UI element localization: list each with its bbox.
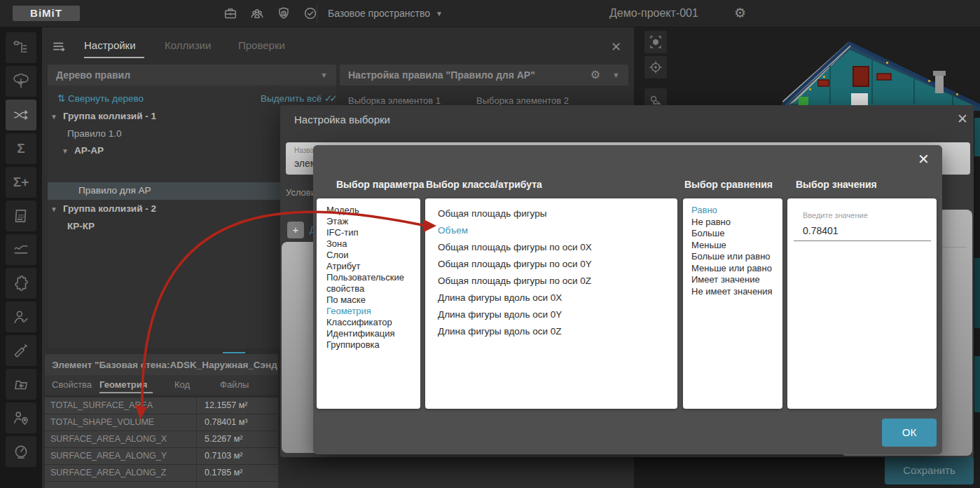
- sidebar-item-2d[interactable]: 2D: [6, 201, 36, 231]
- list-item[interactable]: Больше: [691, 228, 782, 240]
- fit-view-button[interactable]: [644, 31, 667, 53]
- tree-item-ar-ar[interactable]: ▼АР-АР: [62, 142, 104, 159]
- list-item[interactable]: Зона: [326, 238, 410, 250]
- tab-collisions[interactable]: Коллизии: [165, 39, 211, 51]
- tree-item-rule-1-0[interactable]: Правило 1.0: [67, 126, 122, 142]
- list-item[interactable]: Слои: [326, 250, 410, 261]
- list-item[interactable]: Общая площадь фигуры по оси 0Y: [438, 256, 677, 273]
- collapse-tree-link[interactable]: ⇅ Свернуть дерево: [57, 90, 144, 107]
- sidebar-item-charts[interactable]: [6, 234, 36, 265]
- sidebar-item-plugins[interactable]: [6, 268, 36, 299]
- briefcase-icon[interactable]: [223, 6, 238, 21]
- center-target-button[interactable]: [644, 56, 667, 79]
- panel-divider-accent: [223, 352, 245, 353]
- list-item[interactable]: Не равно: [691, 217, 782, 229]
- app-root: BiMiT Базовое пространство ▼ Демо-проект…: [0, 0, 980, 488]
- tree-item-rule-for-ar[interactable]: Правило для АР: [78, 182, 151, 199]
- space-selector[interactable]: Базовое пространство: [328, 0, 430, 27]
- list-item[interactable]: Классификатор: [326, 317, 410, 328]
- table-row[interactable]: TOTAL_SHAPE_VOLUME0.78401 м³: [45, 414, 278, 431]
- tree-item-group-1[interactable]: ▼Группа коллизий - 1: [50, 108, 156, 125]
- table-row[interactable]: SURFACE_AREA_ALONG_X5.2267 м²: [45, 431, 278, 447]
- list-item[interactable]: IFC-тип: [326, 227, 410, 238]
- sidebar-item-structure[interactable]: [6, 32, 36, 63]
- table-row[interactable]: SURFACE_AREA_ALONG_Z0.1785 м²: [45, 465, 278, 481]
- sidebar-item-sigma-plus[interactable]: Σ+: [6, 167, 36, 198]
- ok-button[interactable]: ОК: [882, 419, 937, 447]
- top-bar: BiMiT Базовое пространство ▼ Демо-проект…: [0, 0, 980, 27]
- selection-tab-2[interactable]: Выборка элементов 2: [476, 95, 569, 106]
- sidebar-item-person-location[interactable]: [6, 402, 36, 433]
- list-item[interactable]: Атрибут: [326, 261, 410, 272]
- list-item-selected[interactable]: Геометрия: [326, 306, 410, 317]
- list-item[interactable]: Не имеет значения: [691, 286, 782, 298]
- element-title: Элемент "Базовая стена:ADSK_Наружная_Сэн…: [45, 360, 277, 370]
- check-circle-icon[interactable]: [303, 6, 318, 21]
- list-item[interactable]: Длина фигуры вдоль оси 0Y: [438, 306, 677, 323]
- tab-settings[interactable]: Настройки: [84, 39, 136, 51]
- menu-icon[interactable]: [52, 41, 67, 56]
- table-row-partial: [45, 482, 278, 488]
- app-logo: BiMiT: [13, 6, 80, 21]
- list-item[interactable]: Длина фигуры вдоль оси 0X: [438, 290, 677, 306]
- list-item[interactable]: Имеет значение: [691, 274, 782, 286]
- chevron-icon[interactable]: ▼: [50, 205, 57, 213]
- sidebar-item-approvals[interactable]: [6, 301, 36, 332]
- list-item[interactable]: Группировка: [326, 339, 410, 351]
- save-button[interactable]: Сохранить: [885, 456, 974, 484]
- sidebar-item-sigma[interactable]: Σ: [6, 133, 36, 164]
- tab-files[interactable]: Файлы: [220, 379, 249, 390]
- fit-hexagon-icon: [647, 34, 664, 50]
- tree-item-kr-kr[interactable]: КР-КР: [67, 218, 95, 235]
- double-check-icon: ✓✓: [324, 93, 335, 104]
- close-icon[interactable]: ✕: [918, 151, 930, 168]
- chevron-down-icon[interactable]: ▼: [436, 10, 443, 18]
- gear-icon[interactable]: ⚙: [591, 65, 600, 86]
- value-input-box[interactable]: Введите значение 0.78401: [787, 198, 937, 409]
- value-input-value: 0.78401: [803, 225, 838, 236]
- close-icon[interactable]: ✕: [611, 39, 621, 55]
- chevron-icon[interactable]: ▼: [62, 147, 69, 155]
- person-check-icon: [12, 308, 30, 326]
- chevron-down-icon[interactable]: ▼: [612, 65, 620, 86]
- tab-geometry[interactable]: Геометрия: [99, 379, 147, 390]
- list-item[interactable]: Общая площадь фигуры по оси 0X: [438, 239, 677, 256]
- sidebar-item-gauge[interactable]: [6, 436, 36, 467]
- tab-checks[interactable]: Проверки: [238, 39, 285, 51]
- table-row[interactable]: SURFACE_AREA_ALONG_Y0.7103 м²: [45, 448, 278, 464]
- list-item[interactable]: Этаж: [326, 216, 410, 227]
- tab-properties[interactable]: Свойства: [52, 379, 92, 390]
- list-item[interactable]: Пользовательские свойства: [326, 272, 410, 294]
- sidebar-item-export[interactable]: [6, 369, 36, 400]
- comparison-list: Равно Не равно Больше Меньше Больше или …: [683, 198, 782, 409]
- plus-icon: +: [287, 222, 304, 238]
- sidebar-item-collisions[interactable]: [6, 100, 36, 130]
- list-item[interactable]: Больше или равно: [691, 251, 782, 263]
- list-item[interactable]: Длина фигуры вдоль оси 0Z: [438, 323, 677, 340]
- close-icon[interactable]: ✕: [957, 111, 968, 127]
- list-item[interactable]: По маске: [326, 294, 410, 306]
- list-item-selected[interactable]: Объем: [438, 222, 677, 239]
- shield-clock-icon[interactable]: [276, 6, 291, 21]
- list-item-selected[interactable]: Равно: [691, 205, 782, 217]
- sidebar-item-tree[interactable]: [6, 66, 36, 97]
- list-item[interactable]: Меньше или равно: [691, 263, 782, 275]
- sigma-icon: Σ: [17, 141, 25, 156]
- list-item[interactable]: Идентификация: [326, 328, 410, 339]
- chevron-icon[interactable]: ▼: [50, 113, 57, 121]
- sidebar-item-construction[interactable]: [6, 335, 36, 366]
- tree-item-group-2[interactable]: ▼Группа коллизий - 2: [50, 201, 156, 217]
- list-item[interactable]: Меньше: [691, 240, 782, 252]
- list-item[interactable]: Общая площадь фигуры: [438, 205, 677, 222]
- table-row[interactable]: TOTAL_SURFACE_AREA12.1557 м²: [45, 398, 278, 414]
- tab-code[interactable]: Код: [174, 379, 190, 390]
- list-item[interactable]: Общая площадь фигуры по оси 0Z: [438, 273, 677, 290]
- selection-tab-1[interactable]: Выборка элементов 1: [348, 95, 441, 106]
- project-settings-gear-icon[interactable]: ⚙: [734, 5, 746, 21]
- list-item[interactable]: Модель: [326, 205, 410, 216]
- chevron-down-icon[interactable]: ▼: [320, 65, 328, 86]
- team-icon[interactable]: [249, 6, 265, 21]
- sigma-plus-icon: Σ+: [13, 175, 29, 190]
- element-panel-header: Элемент "Базовая стена:ADSK_Наружная_Сэн…: [45, 354, 278, 375]
- rule-settings-title: Настройка правила "Правило для АР": [340, 69, 535, 81]
